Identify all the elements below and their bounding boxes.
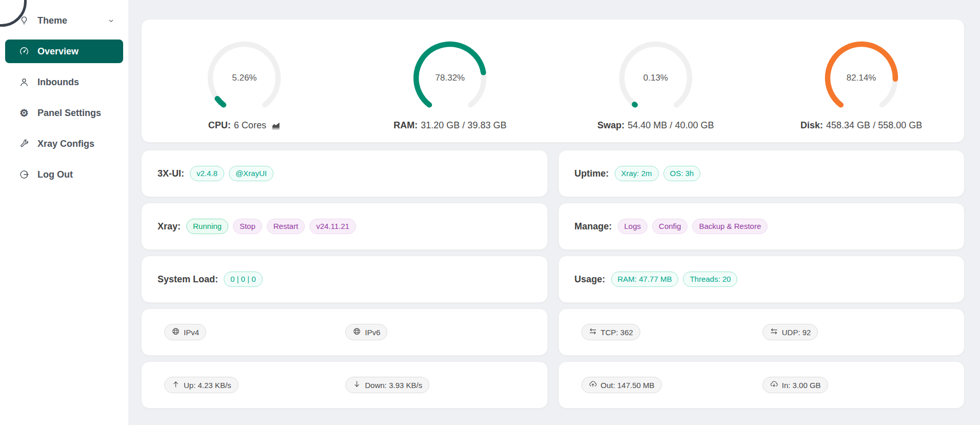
gauge-swap: 0.13%Swap:54.40 MB / 40.00 GB [553,38,759,142]
sidebar-item-log-out[interactable]: Log Out [5,163,123,186]
gauge-disk: 82.14%Disk:458.34 GB / 558.00 GB [758,38,964,142]
sidebar-item-label: Xray Configs [37,139,94,149]
globe-icon [171,327,180,337]
gauge-ram-percent: 78.32% [435,73,465,83]
tag-backup-restore[interactable]: Backup & Restore [692,219,768,234]
info-grid: 3X-UI:v2.4.8@XrayUIUptime:Xray: 2mOS: 3h… [141,150,965,409]
tag-logs[interactable]: Logs [618,219,648,234]
tag-restart[interactable]: Restart [267,219,305,234]
info-label-usage: Usage: [575,274,605,285]
info-label-xray: Xray: [158,221,181,232]
swap-icon [589,327,597,337]
pill-slot: IPv6 [344,324,547,340]
gauge-ram-caption: RAM:31.20 GB / 39.83 GB [394,120,506,131]
sidebar-item-overview[interactable]: Overview [5,40,123,63]
gauge-disk-label: Disk: [800,120,823,131]
tag-group: RunningStopRestartv24.11.21 [186,219,356,234]
tag-xray-2m[interactable]: Xray: 2m [615,166,659,181]
sidebar-nav: ThemeOverviewInbounds⚙Panel SettingsXray… [0,9,128,186]
gauge-disk-percent: 82.14% [847,73,876,83]
dashboard-icon [19,46,29,56]
gear-icon: ⚙ [19,108,29,118]
pill-slot: IPv4 [142,324,344,340]
pill-down-3-93-kb-s[interactable]: Down: 3.93 KB/s [345,377,429,393]
pill-udp-92[interactable]: UDP: 92 [762,324,818,340]
info-label-uptime: Uptime: [575,168,609,179]
sidebar-item-panel-settings[interactable]: ⚙Panel Settings [5,101,123,125]
pill-text: UDP: 92 [782,328,811,337]
pill-slot: Out: 147.50 MB [559,377,761,393]
tag-os-3h[interactable]: OS: 3h [663,166,701,181]
pill-ipv6[interactable]: IPv6 [345,324,387,340]
tag-ram-47-77-mb[interactable]: RAM: 47.77 MB [611,272,679,287]
gauge-swap-dial: 0.13% [615,38,697,115]
gauge-cpu-label: CPU: [208,120,231,131]
gauge-disk-caption: Disk:458.34 GB / 558.00 GB [800,120,922,131]
gauge-swap-percent: 0.13% [643,73,668,83]
tag-group: Xray: 2mOS: 3h [615,166,701,181]
pill-slot: Down: 3.93 KB/s [344,377,547,393]
gauge-cpu-percent: 5.26% [232,73,257,83]
main-content: 5.26%CPU:6 Cores78.32%RAM:31.20 GB / 39.… [128,0,980,425]
pill-card-right-1: Out: 147.50 MBIn: 3.00 GB [558,361,965,409]
chevron-down-icon [107,17,115,25]
tag-group: LogsConfigBackup & Restore [618,219,768,234]
pill-text: Up: 4.23 KB/s [184,381,231,390]
tag-threads-20[interactable]: Threads: 20 [683,272,737,287]
pill-card-left-1: Up: 4.23 KB/sDown: 3.93 KB/s [141,361,548,409]
pill-text: Out: 147.50 MB [601,381,655,390]
pill-slot: UDP: 92 [761,324,964,340]
gauge-swap-label: Swap: [597,120,624,131]
gauge-swap-value: 54.40 MB / 40.00 GB [628,120,714,131]
sidebar-item-xray-configs[interactable]: Xray Configs [5,132,123,156]
tag-running[interactable]: Running [186,219,228,234]
sidebar-item-inbounds[interactable]: Inbounds [5,70,123,94]
gauge-ram-dial: 78.32% [409,38,491,115]
gauge-cpu-value: 6 Cores [234,120,266,131]
gauge-cpu-caption: CPU:6 Cores [208,120,281,131]
tag-group: RAM: 47.77 MBThreads: 20 [611,272,738,287]
pill-out-147-50-mb[interactable]: Out: 147.50 MB [581,377,662,393]
info-label-manage: Manage: [575,221,612,232]
pill-text: IPv6 [365,328,380,337]
pill-card-left-0: IPv4IPv6 [141,308,548,356]
user-icon [19,77,29,87]
gauge-ram-value: 31.20 GB / 39.83 GB [421,120,506,131]
pill-text: TCP: 362 [601,328,633,337]
info-card-usage: Usage:RAM: 47.77 MBThreads: 20 [558,256,965,303]
pill-tcp-362[interactable]: TCP: 362 [581,324,640,340]
pill-text: Down: 3.93 KB/s [365,381,422,390]
sidebar-item-label: Panel Settings [37,108,101,119]
sidebar-item-label: Overview [37,46,79,57]
pill-ipv4[interactable]: IPv4 [164,324,206,340]
sidebar-item-label: Inbounds [37,77,79,88]
gauge-ram: 78.32%RAM:31.20 GB / 39.83 GB [347,38,553,142]
gauge-cpu-dial: 5.26% [203,38,285,115]
pill-in-3-00-gb[interactable]: In: 3.00 GB [762,377,828,393]
sidebar: ThemeOverviewInbounds⚙Panel SettingsXray… [0,0,128,425]
tag-group: v2.4.8@XrayUI [190,166,273,181]
gauge-swap-caption: Swap:54.40 MB / 40.00 GB [597,120,714,131]
pill-slot: Up: 4.23 KB/s [142,377,344,393]
arrow-up-icon [171,380,180,390]
tag-0-0-0[interactable]: 0 | 0 | 0 [224,272,263,287]
tag-v24-11-21[interactable]: v24.11.21 [309,219,356,234]
tag-group: 0 | 0 | 0 [224,272,263,287]
tag-v2-4-8[interactable]: v2.4.8 [190,166,224,181]
info-card-3x-ui: 3X-UI:v2.4.8@XrayUI [141,150,548,197]
cpu-chart-icon[interactable] [271,121,281,130]
sidebar-item-label: Theme [37,15,67,26]
info-card-xray: Xray:RunningStopRestartv24.11.21 [141,203,548,250]
pill-up-4-23-kb-s[interactable]: Up: 4.23 KB/s [164,377,239,393]
tag-xrayui[interactable]: @XrayUI [229,166,273,181]
info-label-3x-ui: 3X-UI: [158,168,184,179]
gauge-ram-label: RAM: [394,120,418,131]
cloud-up-icon [589,380,597,390]
tag-stop[interactable]: Stop [233,219,262,234]
globe-icon [352,327,361,337]
pill-slot: TCP: 362 [559,324,761,340]
info-card-system-load: System Load:0 | 0 | 0 [141,256,548,303]
info-label-system-load: System Load: [158,274,218,285]
sidebar-item-label: Log Out [37,169,73,180]
tag-config[interactable]: Config [652,219,688,234]
